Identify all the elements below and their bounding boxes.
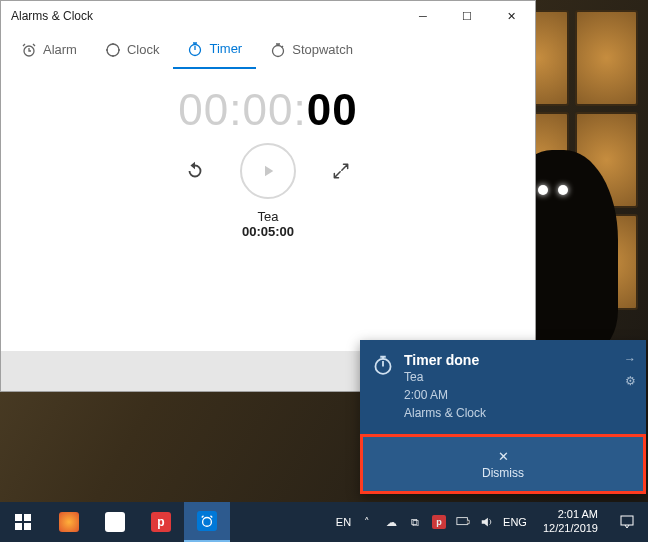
- timer-seconds-part: 00: [307, 85, 358, 134]
- timer-name: Tea: [242, 209, 294, 224]
- svg-rect-8: [24, 523, 31, 530]
- close-button[interactable]: ✕: [489, 1, 533, 31]
- svg-rect-6: [24, 514, 31, 521]
- toast-line2: 2:00 AM: [404, 386, 614, 404]
- dismiss-button[interactable]: ✕ Dismiss: [363, 437, 643, 491]
- tray-dropbox-icon[interactable]: ⧉: [407, 514, 423, 530]
- tab-stopwatch[interactable]: Stopwatch: [256, 31, 367, 69]
- timer-readout: 00:00:00: [178, 85, 357, 135]
- toast-title: Timer done: [404, 352, 614, 368]
- svg-rect-10: [457, 518, 468, 525]
- dismiss-label: Dismiss: [482, 466, 524, 480]
- start-button[interactable]: [0, 502, 46, 542]
- svg-rect-11: [621, 516, 633, 525]
- tray-volume-icon[interactable]: [479, 514, 495, 530]
- play-button[interactable]: [240, 143, 296, 199]
- taskbar-date: 12/21/2019: [543, 522, 598, 536]
- stopwatch-icon: [270, 42, 286, 58]
- tray-network-icon[interactable]: [455, 514, 471, 530]
- taskbar-time: 2:01 AM: [543, 508, 598, 522]
- annotation-highlight: ✕ Dismiss: [360, 434, 646, 494]
- tray-lang-short[interactable]: EN: [336, 516, 351, 528]
- alarms-clock-window: Alarms & Clock ─ ☐ ✕ Alarm Clock Timer S…: [0, 0, 536, 392]
- toast-settings-icon[interactable]: ⚙: [625, 374, 636, 388]
- tab-label: Alarm: [43, 42, 77, 57]
- tray-app-p-icon[interactable]: p: [431, 514, 447, 530]
- tab-label: Clock: [127, 42, 160, 57]
- taskbar-app-alarms[interactable]: [184, 502, 230, 542]
- taskbar[interactable]: p EN ˄ ☁ ⧉ p ENG 2:01 AM 12/21/2019: [0, 502, 648, 542]
- svg-rect-5: [15, 514, 22, 521]
- toast-line1: Tea: [404, 368, 614, 386]
- close-icon: ✕: [498, 449, 509, 464]
- maximize-button[interactable]: ☐: [445, 1, 489, 31]
- svg-point-1: [107, 44, 119, 56]
- toast-app: Alarms & Clock: [404, 404, 614, 422]
- tray-chevron-icon[interactable]: ˄: [359, 514, 375, 530]
- alarm-icon: [21, 42, 37, 58]
- titlebar[interactable]: Alarms & Clock ─ ☐ ✕: [1, 1, 535, 31]
- taskbar-app-firefox[interactable]: [46, 502, 92, 542]
- tab-label: Timer: [209, 41, 242, 56]
- timer-zero-part: 00:00:: [178, 85, 306, 134]
- tray-lang-full[interactable]: ENG: [503, 516, 527, 528]
- tab-timer[interactable]: Timer: [173, 31, 256, 69]
- tab-strip: Alarm Clock Timer Stopwatch: [1, 31, 535, 69]
- timer-icon: [372, 354, 394, 376]
- system-tray[interactable]: EN ˄ ☁ ⧉ p ENG: [328, 514, 535, 530]
- expand-button[interactable]: [330, 160, 352, 182]
- tab-alarm[interactable]: Alarm: [7, 31, 91, 69]
- tray-onedrive-icon[interactable]: ☁: [383, 514, 399, 530]
- clock-icon: [105, 42, 121, 58]
- svg-point-9: [203, 518, 212, 527]
- minimize-button[interactable]: ─: [401, 1, 445, 31]
- notification-toast[interactable]: Timer done Tea 2:00 AM Alarms & Clock → …: [360, 340, 646, 494]
- timer-info[interactable]: Tea 00:05:00: [242, 209, 294, 239]
- timer-icon: [187, 41, 203, 57]
- timer-panel: 00:00:00 Tea 00:05:00: [1, 69, 535, 351]
- timer-duration: 00:05:00: [242, 224, 294, 239]
- tab-label: Stopwatch: [292, 42, 353, 57]
- window-title: Alarms & Clock: [11, 9, 401, 23]
- reset-button[interactable]: [184, 160, 206, 182]
- taskbar-app-slack[interactable]: [92, 502, 138, 542]
- taskbar-clock[interactable]: 2:01 AM 12/21/2019: [535, 508, 606, 536]
- toast-arrow-icon[interactable]: →: [624, 352, 636, 366]
- svg-rect-7: [15, 523, 22, 530]
- tab-clock[interactable]: Clock: [91, 31, 174, 69]
- taskbar-app-p[interactable]: p: [138, 502, 184, 542]
- action-center-button[interactable]: [606, 502, 648, 542]
